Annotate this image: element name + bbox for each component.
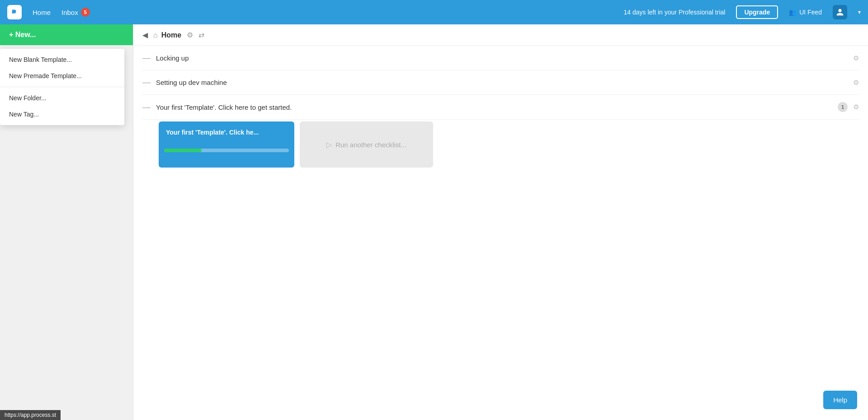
play-icon: ▷ [326, 140, 332, 149]
trial-text: 14 days left in your Professional trial [624, 9, 726, 16]
run-checklist-label: Run another checklist... [335, 141, 406, 149]
nav-inbox[interactable]: Inbox [61, 9, 78, 16]
template-gear-first[interactable]: ⚙ [853, 103, 859, 111]
upgrade-button[interactable]: Upgrade [736, 5, 778, 19]
progress-bar-fill [164, 149, 202, 152]
page-title-area: ⌂ Home [153, 31, 181, 39]
collapse-locking-icon[interactable]: — [142, 53, 151, 63]
template-list: — Locking up ⚙ — Setting up dev machine … [133, 46, 868, 175]
template-gear-locking[interactable]: ⚙ [853, 54, 859, 62]
top-nav: Home Inbox 5 14 days left in your Profes… [0, 0, 868, 24]
template-row-locking: — Locking up ⚙ [142, 46, 859, 70]
ui-feed-link[interactable]: 👥 UI Feed [789, 9, 822, 16]
main-content: ◀ ⌂ Home ⚙ ⇄ — Locking up ⚙ — Setting up… [133, 24, 868, 420]
page-title: Home [161, 31, 181, 39]
new-button[interactable]: + New... [0, 24, 133, 45]
inbox-badge: 5 [81, 8, 90, 17]
status-bar: https://app.process.st [0, 410, 61, 420]
ui-feed-label: UI Feed [799, 9, 822, 16]
app-layout: + New... New Blank Template... New Prema… [0, 24, 868, 420]
template-name-dev: Setting up dev machine [156, 79, 848, 86]
nav-home[interactable]: Home [33, 9, 51, 16]
template-row-first: — Your first 'Template'. Click here to g… [142, 95, 859, 120]
dropdown-new-premade[interactable]: New Premade Template... [0, 68, 124, 84]
cards-row: Your first 'Template'. Click he... ▷ Run… [142, 120, 859, 175]
run-checklist-card[interactable]: ▷ Run another checklist... [300, 121, 433, 168]
main-header: ◀ ⌂ Home ⚙ ⇄ [133, 24, 868, 46]
avatar-chevron[interactable]: ▾ [858, 9, 861, 15]
template-card-first[interactable]: Your first 'Template'. Click he... [159, 121, 294, 168]
collapse-dev-icon[interactable]: — [142, 78, 151, 87]
ui-feed-icon: 👥 [789, 9, 797, 16]
user-avatar[interactable] [833, 5, 847, 19]
collapse-sidebar-button[interactable]: ◀ [142, 31, 148, 39]
dropdown-new-blank[interactable]: New Blank Template... [0, 51, 124, 68]
collapse-first-icon[interactable]: — [142, 103, 151, 112]
app-logo [7, 5, 22, 19]
page-settings-icon[interactable]: ⚙ [187, 31, 193, 39]
page-adjust-icon[interactable]: ⇄ [198, 31, 204, 39]
template-name-locking: Locking up [156, 54, 848, 62]
template-row-dev: — Setting up dev machine ⚙ [142, 70, 859, 95]
dropdown-new-folder[interactable]: New Folder... [0, 90, 124, 106]
template-name-first: Your first 'Template'. Click here to get… [156, 103, 832, 111]
dropdown-new-tag[interactable]: New Tag... [0, 106, 124, 122]
template-gear-dev[interactable]: ⚙ [853, 79, 859, 87]
template-card-title: Your first 'Template'. Click he... [159, 121, 294, 149]
template-card-progress-area [159, 149, 294, 158]
sidebar: + New... New Blank Template... New Prema… [0, 24, 133, 420]
template-badge-first: 1 [838, 102, 848, 112]
run-checklist-inner: ▷ Run another checklist... [326, 140, 406, 149]
help-button[interactable]: Help [823, 391, 857, 409]
progress-bar-background [164, 149, 289, 152]
dropdown-divider [0, 87, 124, 87]
new-dropdown: New Blank Template... New Premade Templa… [0, 49, 124, 125]
home-header-icon: ⌂ [153, 31, 158, 39]
